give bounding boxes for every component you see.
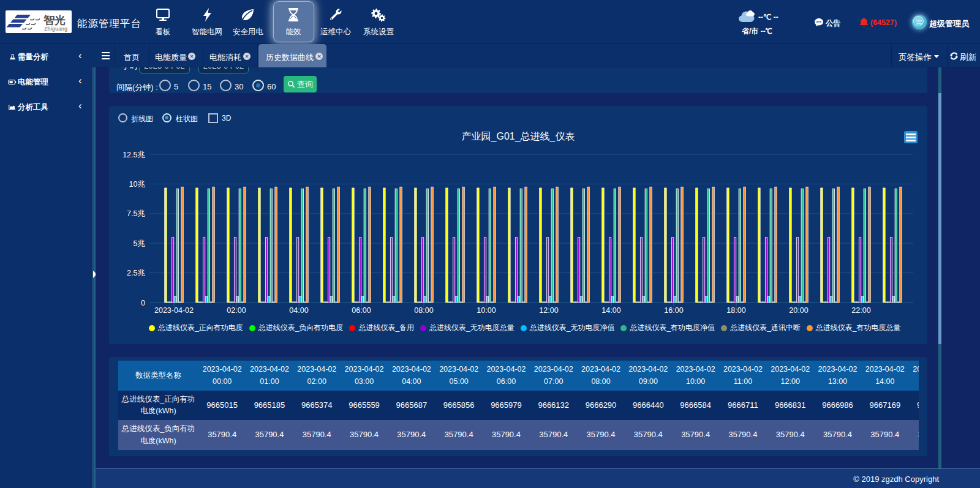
svg-text:智光: 智光 <box>43 14 66 26</box>
svg-text:20:00: 20:00 <box>789 306 808 315</box>
svg-text:22:00: 22:00 <box>851 306 870 315</box>
svg-text:06:00: 06:00 <box>352 306 371 315</box>
svg-text:2023-04-02: 2023-04-02 <box>154 306 194 315</box>
svg-text:02:00: 02:00 <box>227 306 246 315</box>
svg-text:7.5兆: 7.5兆 <box>127 209 145 218</box>
svg-text:10:00: 10:00 <box>477 306 496 315</box>
svg-text:Zhiguang: Zhiguang <box>44 26 67 32</box>
svg-text:5兆: 5兆 <box>134 239 146 248</box>
svg-text:10兆: 10兆 <box>129 180 146 189</box>
svg-text:12:00: 12:00 <box>539 306 558 315</box>
svg-text:2.5兆: 2.5兆 <box>127 269 145 277</box>
svg-text:14:00: 14:00 <box>601 306 620 315</box>
svg-text:08:00: 08:00 <box>414 306 433 315</box>
svg-text:0: 0 <box>141 299 145 307</box>
svg-text:12.5兆: 12.5兆 <box>123 151 145 159</box>
svg-text:04:00: 04:00 <box>289 306 308 315</box>
svg-text:18:00: 18:00 <box>726 306 745 315</box>
svg-text:16:00: 16:00 <box>664 306 683 315</box>
